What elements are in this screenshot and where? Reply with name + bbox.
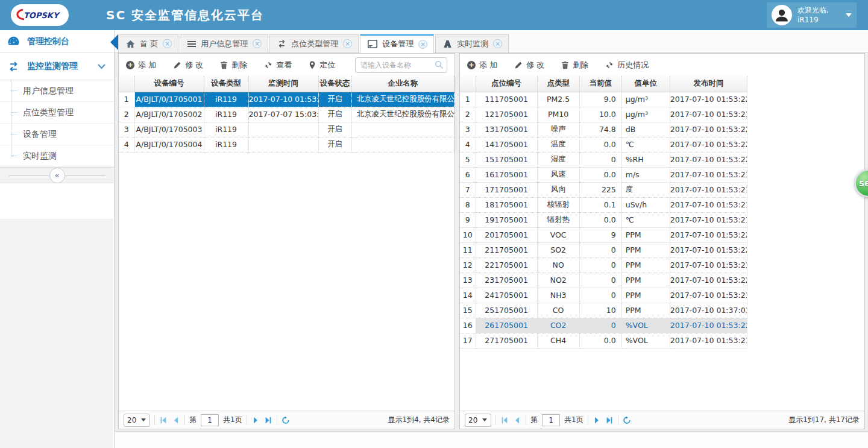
table-row[interactable]: 5 151705001 湿度 0 %RH 2017-07-10 01:53:22 [460,152,747,167]
cell-point-code: 231705001 [476,273,537,288]
tab-label: 点位类型管理 [291,39,338,49]
tab-point-type[interactable]: 点位类型管理 × [269,34,359,53]
cell-value-unit: dB [621,122,670,137]
first-page-button[interactable] [500,416,509,424]
cell-value-unit: %VOL [621,333,670,348]
table-row[interactable]: 2 121705001 PM10 10.0 μg/m³ 2017-07-10 0… [460,107,747,122]
reload-icon[interactable] [623,416,631,424]
sidebar-subitem[interactable]: 用户信息管理 [0,80,114,102]
table-row[interactable]: 7 171705001 风向 225 度 2017-07-10 01:53:21 [460,182,747,197]
monitor-grid-header: 点位编号 点类型 当前值 值单位 发布时间 [460,76,747,92]
cell-point-type: CO [537,303,579,318]
page-size-select[interactable]: 20 [124,414,150,427]
next-page-button[interactable] [251,416,260,424]
cell-current-value: 0.0 [579,137,621,152]
table-row[interactable]: 9 191705001 辐射热 0.0 ℃ 2017-07-10 01:53:2… [460,212,747,227]
col-publish-time: 发布时间 [670,76,747,92]
edit-button[interactable]: 修 改 [514,60,544,71]
table-row[interactable]: 17 271705001 CH4 0.0 %VOL 2017-07-10 01:… [460,333,747,348]
cell-value-unit: PPM [621,227,670,242]
next-page-button[interactable] [593,416,601,424]
user-menu[interactable]: 欢迎光临, iR119 [767,2,857,28]
table-row[interactable]: 16 261705001 CO2 0 %VOL 2017-07-10 01:53… [460,318,747,333]
page-size-select[interactable]: 20 [465,414,491,427]
cell-point-type: PM10 [537,107,579,122]
tab-close-icon[interactable]: × [163,39,172,48]
table-row[interactable]: 6 161705001 风速 0.0 m/s 2017-07-10 01:53:… [460,167,747,182]
cell-current-value: 10 [579,303,621,318]
cell-publish-time: 2017-07-10 01:53:21 [670,107,747,122]
table-row[interactable]: 15 251705001 CO 10 PPM 2017-07-10 01:37:… [460,303,747,318]
tab-close-icon[interactable]: × [418,40,427,49]
tab-close-icon[interactable]: × [343,39,352,48]
page-total: 共1页 [223,415,242,425]
cell-value-unit: μg/m³ [621,92,670,107]
cell-value-unit: PPM [621,273,670,288]
records-summary: 显示1到17, 共17记录 [788,415,860,425]
add-button[interactable]: + 添 加 [467,60,497,71]
cell-current-value: 0.0 [579,333,621,348]
cell-value-unit: μg/m³ [621,107,670,122]
tab-close-icon[interactable]: × [253,39,262,48]
cell-point-type: SO2 [537,242,579,257]
cell-value-unit: 度 [621,182,670,197]
device-grid: 设备编号 设备类型 监测时间 设备状态 企业名称 1 A/BJLT/0/1705… [119,76,454,411]
history-button[interactable]: 历史情况 [605,60,649,71]
table-row[interactable]: 4 A/BJLT/0/1705004 iR119 开启 [119,137,454,152]
last-page-button[interactable] [264,416,272,424]
reload-icon[interactable] [281,416,290,424]
search-input[interactable] [355,57,447,73]
cell-value-unit: PPM [621,242,670,257]
sidebar-subitem[interactable]: 点位类型管理 [0,102,114,124]
cell-publish-time: 2017-07-10 01:53:22 [670,242,747,257]
table-row[interactable]: 14 241705001 NH3 0 PPM 2017-07-10 01:53:… [460,288,747,303]
sidebar-collapse-button[interactable]: « [49,168,65,183]
last-page-button[interactable] [605,416,614,424]
avatar[interactable] [772,5,792,25]
float-badge-value: 56 [859,179,868,188]
table-row[interactable]: 10 201705001 VOC 9 PPM 2017-07-10 01:53:… [460,227,747,242]
edit-button[interactable]: 修 改 [173,60,203,71]
tab-device-mgmt[interactable]: 设备管理 × [360,34,434,53]
locate-button[interactable]: 定位 [309,60,335,71]
cell-publish-time: 2017-07-10 01:53:21 [670,257,747,273]
add-button[interactable]: + 添 加 [126,60,156,71]
delete-button[interactable]: 删除 [561,60,588,71]
cell-company [351,122,454,137]
tab-realtime[interactable]: 实时监测 × [435,34,509,53]
table-row[interactable]: 3 A/BJLT/0/1705003 iR119 开启 [119,122,454,137]
table-row[interactable]: 8 181705001 核辐射 0.1 uSv/h 2017-07-10 01:… [460,197,747,212]
tab-user-info[interactable]: 用户信息管理 × [180,34,268,53]
sidebar-item-monitor-mgmt[interactable]: 监控监测管理 [0,53,114,80]
prev-page-button[interactable] [513,416,521,424]
list-icon [187,41,196,42]
table-row[interactable]: 12 221705001 NO 0 PPM 2017-07-10 01:53:2… [460,257,747,273]
table-row[interactable]: 11 211705001 SO2 0 PPM 2017-07-10 01:53:… [460,242,747,257]
cell-point-code: 181705001 [476,197,537,212]
user-caret-down-icon[interactable] [846,13,852,17]
table-row[interactable]: 1 111705001 PM2.5 9.0 μg/m³ 2017-07-10 0… [460,92,747,107]
view-button[interactable]: 查看 [264,60,292,71]
sidebar-subitem[interactable]: 实时监测 [0,145,114,167]
page-prefix: 第 [530,415,538,425]
table-row[interactable]: 1 A/BJLT/0/1705001 iR119 2017-07-10 01:5… [119,92,454,107]
table-row[interactable]: 4 141705001 温度 0.0 ℃ 2017-07-10 01:53:22 [460,137,747,152]
first-page-button[interactable] [159,416,168,424]
cell-point-code: 191705001 [476,212,537,227]
table-row[interactable]: 13 231705001 NO2 0 PPM 2017-07-10 01:53:… [460,273,747,288]
page-number-input[interactable] [542,414,560,426]
delete-button[interactable]: 删除 [220,60,247,71]
page-number-input[interactable] [201,414,219,426]
sidebar-item-label: 管理控制台 [27,36,69,47]
sidebar-subitem[interactable]: 设备管理 [0,124,114,145]
tab-home[interactable]: 首 页 × [118,34,178,53]
cell-point-type: PM2.5 [537,92,579,107]
cell-device-code: A/BJLT/0/1705001 [134,92,204,107]
tab-close-icon[interactable]: × [493,39,502,48]
prev-page-button[interactable] [172,416,180,424]
table-row[interactable]: 3 131705001 噪声 74.8 dB 2017-07-10 01:53:… [460,122,747,137]
sidebar-item-console[interactable]: 管理控制台 [0,30,114,53]
table-row[interactable]: 2 A/BJLT/0/1705002 iR119 2017-07-07 15:0… [119,107,454,122]
search-icon[interactable] [435,60,444,69]
cell-company: 北京凌天世纪控股股份有限公司 [351,92,454,107]
